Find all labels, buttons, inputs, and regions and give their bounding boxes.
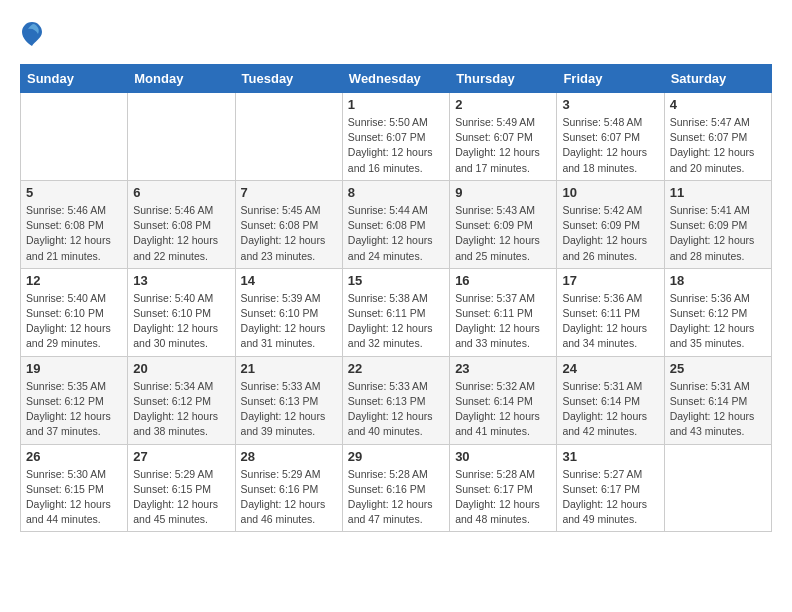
day-info: Sunrise: 5:29 AM Sunset: 6:15 PM Dayligh…	[133, 467, 229, 528]
calendar-cell: 2Sunrise: 5:49 AM Sunset: 6:07 PM Daylig…	[450, 93, 557, 181]
day-number: 30	[455, 449, 551, 464]
day-info: Sunrise: 5:36 AM Sunset: 6:11 PM Dayligh…	[562, 291, 658, 352]
day-number: 11	[670, 185, 766, 200]
calendar-cell: 7Sunrise: 5:45 AM Sunset: 6:08 PM Daylig…	[235, 180, 342, 268]
day-info: Sunrise: 5:40 AM Sunset: 6:10 PM Dayligh…	[26, 291, 122, 352]
calendar-cell: 29Sunrise: 5:28 AM Sunset: 6:16 PM Dayli…	[342, 444, 449, 532]
day-number: 3	[562, 97, 658, 112]
day-number: 27	[133, 449, 229, 464]
calendar: SundayMondayTuesdayWednesdayThursdayFrid…	[20, 64, 772, 532]
day-number: 2	[455, 97, 551, 112]
calendar-cell: 11Sunrise: 5:41 AM Sunset: 6:09 PM Dayli…	[664, 180, 771, 268]
day-number: 23	[455, 361, 551, 376]
calendar-cell: 20Sunrise: 5:34 AM Sunset: 6:12 PM Dayli…	[128, 356, 235, 444]
calendar-week-1: 1Sunrise: 5:50 AM Sunset: 6:07 PM Daylig…	[21, 93, 772, 181]
day-info: Sunrise: 5:45 AM Sunset: 6:08 PM Dayligh…	[241, 203, 337, 264]
day-info: Sunrise: 5:37 AM Sunset: 6:11 PM Dayligh…	[455, 291, 551, 352]
day-info: Sunrise: 5:46 AM Sunset: 6:08 PM Dayligh…	[133, 203, 229, 264]
day-info: Sunrise: 5:44 AM Sunset: 6:08 PM Dayligh…	[348, 203, 444, 264]
day-number: 4	[670, 97, 766, 112]
calendar-cell: 27Sunrise: 5:29 AM Sunset: 6:15 PM Dayli…	[128, 444, 235, 532]
weekday-header-tuesday: Tuesday	[235, 65, 342, 93]
day-number: 10	[562, 185, 658, 200]
day-number: 24	[562, 361, 658, 376]
calendar-cell: 23Sunrise: 5:32 AM Sunset: 6:14 PM Dayli…	[450, 356, 557, 444]
day-info: Sunrise: 5:43 AM Sunset: 6:09 PM Dayligh…	[455, 203, 551, 264]
day-number: 6	[133, 185, 229, 200]
calendar-cell: 15Sunrise: 5:38 AM Sunset: 6:11 PM Dayli…	[342, 268, 449, 356]
day-info: Sunrise: 5:41 AM Sunset: 6:09 PM Dayligh…	[670, 203, 766, 264]
calendar-cell: 31Sunrise: 5:27 AM Sunset: 6:17 PM Dayli…	[557, 444, 664, 532]
day-number: 8	[348, 185, 444, 200]
calendar-cell: 18Sunrise: 5:36 AM Sunset: 6:12 PM Dayli…	[664, 268, 771, 356]
day-number: 15	[348, 273, 444, 288]
day-info: Sunrise: 5:32 AM Sunset: 6:14 PM Dayligh…	[455, 379, 551, 440]
calendar-cell	[128, 93, 235, 181]
day-info: Sunrise: 5:39 AM Sunset: 6:10 PM Dayligh…	[241, 291, 337, 352]
day-number: 13	[133, 273, 229, 288]
day-number: 22	[348, 361, 444, 376]
calendar-cell	[235, 93, 342, 181]
day-info: Sunrise: 5:35 AM Sunset: 6:12 PM Dayligh…	[26, 379, 122, 440]
calendar-cell: 12Sunrise: 5:40 AM Sunset: 6:10 PM Dayli…	[21, 268, 128, 356]
calendar-cell	[664, 444, 771, 532]
day-number: 7	[241, 185, 337, 200]
day-info: Sunrise: 5:38 AM Sunset: 6:11 PM Dayligh…	[348, 291, 444, 352]
logo-icon	[20, 20, 44, 48]
calendar-cell: 8Sunrise: 5:44 AM Sunset: 6:08 PM Daylig…	[342, 180, 449, 268]
calendar-cell: 6Sunrise: 5:46 AM Sunset: 6:08 PM Daylig…	[128, 180, 235, 268]
day-info: Sunrise: 5:42 AM Sunset: 6:09 PM Dayligh…	[562, 203, 658, 264]
day-info: Sunrise: 5:33 AM Sunset: 6:13 PM Dayligh…	[241, 379, 337, 440]
day-info: Sunrise: 5:28 AM Sunset: 6:16 PM Dayligh…	[348, 467, 444, 528]
day-number: 16	[455, 273, 551, 288]
page-header	[20, 20, 772, 48]
day-number: 26	[26, 449, 122, 464]
calendar-cell: 28Sunrise: 5:29 AM Sunset: 6:16 PM Dayli…	[235, 444, 342, 532]
day-info: Sunrise: 5:46 AM Sunset: 6:08 PM Dayligh…	[26, 203, 122, 264]
weekday-header-wednesday: Wednesday	[342, 65, 449, 93]
calendar-cell: 16Sunrise: 5:37 AM Sunset: 6:11 PM Dayli…	[450, 268, 557, 356]
day-info: Sunrise: 5:28 AM Sunset: 6:17 PM Dayligh…	[455, 467, 551, 528]
day-info: Sunrise: 5:31 AM Sunset: 6:14 PM Dayligh…	[562, 379, 658, 440]
weekday-header-row: SundayMondayTuesdayWednesdayThursdayFrid…	[21, 65, 772, 93]
day-info: Sunrise: 5:33 AM Sunset: 6:13 PM Dayligh…	[348, 379, 444, 440]
calendar-cell: 3Sunrise: 5:48 AM Sunset: 6:07 PM Daylig…	[557, 93, 664, 181]
day-info: Sunrise: 5:40 AM Sunset: 6:10 PM Dayligh…	[133, 291, 229, 352]
day-number: 9	[455, 185, 551, 200]
calendar-cell: 22Sunrise: 5:33 AM Sunset: 6:13 PM Dayli…	[342, 356, 449, 444]
calendar-cell: 13Sunrise: 5:40 AM Sunset: 6:10 PM Dayli…	[128, 268, 235, 356]
day-number: 19	[26, 361, 122, 376]
day-info: Sunrise: 5:31 AM Sunset: 6:14 PM Dayligh…	[670, 379, 766, 440]
calendar-cell	[21, 93, 128, 181]
calendar-cell: 24Sunrise: 5:31 AM Sunset: 6:14 PM Dayli…	[557, 356, 664, 444]
day-info: Sunrise: 5:30 AM Sunset: 6:15 PM Dayligh…	[26, 467, 122, 528]
weekday-header-thursday: Thursday	[450, 65, 557, 93]
calendar-cell: 4Sunrise: 5:47 AM Sunset: 6:07 PM Daylig…	[664, 93, 771, 181]
calendar-cell: 26Sunrise: 5:30 AM Sunset: 6:15 PM Dayli…	[21, 444, 128, 532]
day-number: 12	[26, 273, 122, 288]
day-number: 20	[133, 361, 229, 376]
day-number: 28	[241, 449, 337, 464]
day-info: Sunrise: 5:50 AM Sunset: 6:07 PM Dayligh…	[348, 115, 444, 176]
weekday-header-saturday: Saturday	[664, 65, 771, 93]
calendar-cell: 30Sunrise: 5:28 AM Sunset: 6:17 PM Dayli…	[450, 444, 557, 532]
weekday-header-friday: Friday	[557, 65, 664, 93]
day-info: Sunrise: 5:29 AM Sunset: 6:16 PM Dayligh…	[241, 467, 337, 528]
day-number: 25	[670, 361, 766, 376]
calendar-week-2: 5Sunrise: 5:46 AM Sunset: 6:08 PM Daylig…	[21, 180, 772, 268]
calendar-cell: 5Sunrise: 5:46 AM Sunset: 6:08 PM Daylig…	[21, 180, 128, 268]
day-number: 14	[241, 273, 337, 288]
calendar-week-5: 26Sunrise: 5:30 AM Sunset: 6:15 PM Dayli…	[21, 444, 772, 532]
day-info: Sunrise: 5:49 AM Sunset: 6:07 PM Dayligh…	[455, 115, 551, 176]
calendar-cell: 21Sunrise: 5:33 AM Sunset: 6:13 PM Dayli…	[235, 356, 342, 444]
weekday-header-sunday: Sunday	[21, 65, 128, 93]
day-info: Sunrise: 5:47 AM Sunset: 6:07 PM Dayligh…	[670, 115, 766, 176]
day-info: Sunrise: 5:48 AM Sunset: 6:07 PM Dayligh…	[562, 115, 658, 176]
day-number: 21	[241, 361, 337, 376]
weekday-header-monday: Monday	[128, 65, 235, 93]
logo	[20, 20, 48, 48]
calendar-cell: 9Sunrise: 5:43 AM Sunset: 6:09 PM Daylig…	[450, 180, 557, 268]
day-info: Sunrise: 5:36 AM Sunset: 6:12 PM Dayligh…	[670, 291, 766, 352]
day-info: Sunrise: 5:34 AM Sunset: 6:12 PM Dayligh…	[133, 379, 229, 440]
day-number: 5	[26, 185, 122, 200]
